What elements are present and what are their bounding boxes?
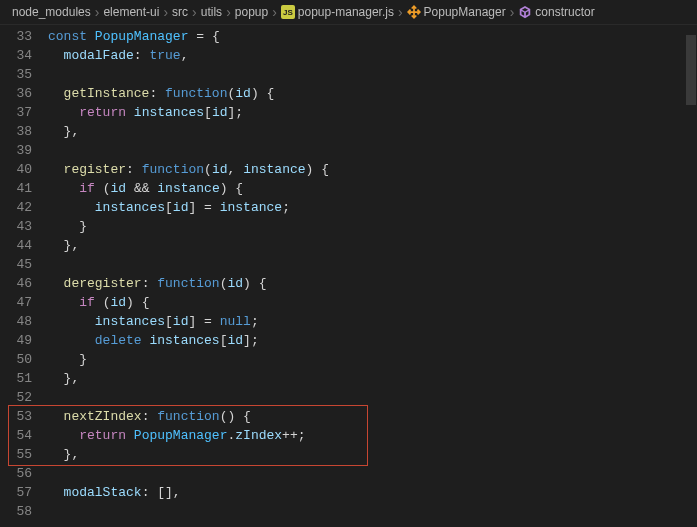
line-number: 42 [0,198,32,217]
code-editor[interactable]: 3334353637383940414243444546474849505152… [0,25,697,526]
scrollbar-thumb[interactable] [686,35,696,105]
code-line[interactable]: modalFade: true, [48,46,697,65]
chevron-right-icon: › [95,4,100,20]
line-number: 50 [0,350,32,369]
breadcrumb-item-label: popup-manager.js [298,5,394,19]
line-number: 52 [0,388,32,407]
breadcrumb[interactable]: node_modules › element-ui › src › utils … [0,0,697,25]
line-number: 33 [0,27,32,46]
code-line[interactable]: } [48,350,697,369]
code-line[interactable]: return PopupManager.zIndex++; [48,426,697,445]
line-number: 38 [0,122,32,141]
line-number: 48 [0,312,32,331]
js-file-icon: JS [281,5,295,19]
line-number: 55 [0,445,32,464]
method-icon [518,5,532,19]
line-number: 40 [0,160,32,179]
line-number: 47 [0,293,32,312]
code-line[interactable] [48,65,697,84]
code-line[interactable]: getInstance: function(id) { [48,84,697,103]
code-line[interactable]: instances[id] = instance; [48,198,697,217]
code-line[interactable]: register: function(id, instance) { [48,160,697,179]
breadcrumb-symbol[interactable]: PopupManager [407,5,506,19]
class-icon [407,5,421,19]
line-number: 45 [0,255,32,274]
code-line[interactable] [48,141,697,160]
chevron-right-icon: › [510,4,515,20]
breadcrumb-item[interactable]: utils [201,5,222,19]
line-number: 56 [0,464,32,483]
line-number: 36 [0,84,32,103]
code-line[interactable]: if (id && instance) { [48,179,697,198]
breadcrumb-item[interactable]: src [172,5,188,19]
chevron-right-icon: › [163,4,168,20]
code-line[interactable]: const PopupManager = { [48,27,697,46]
code-line[interactable]: delete instances[id]; [48,331,697,350]
vertical-scrollbar[interactable] [685,25,697,526]
breadcrumb-item[interactable]: node_modules [12,5,91,19]
code-line[interactable]: }, [48,369,697,388]
breadcrumb-item-label: PopupManager [424,5,506,19]
line-number: 43 [0,217,32,236]
chevron-right-icon: › [226,4,231,20]
code-line[interactable]: return instances[id]; [48,103,697,122]
line-number: 49 [0,331,32,350]
code-line[interactable] [48,388,697,407]
chevron-right-icon: › [192,4,197,20]
line-number: 44 [0,236,32,255]
breadcrumb-symbol[interactable]: constructor [518,5,594,19]
code-line[interactable]: instances[id] = null; [48,312,697,331]
breadcrumb-file[interactable]: JS popup-manager.js [281,5,394,19]
line-number: 37 [0,103,32,122]
breadcrumb-item[interactable]: element-ui [103,5,159,19]
code-line[interactable]: nextZIndex: function() { [48,407,697,426]
line-number: 54 [0,426,32,445]
line-number: 58 [0,502,32,521]
code-line[interactable] [48,464,697,483]
line-number: 57 [0,483,32,502]
code-line[interactable] [48,255,697,274]
code-line[interactable]: if (id) { [48,293,697,312]
chevron-right-icon: › [398,4,403,20]
code-line[interactable]: deregister: function(id) { [48,274,697,293]
code-line[interactable]: }, [48,445,697,464]
code-line[interactable]: }, [48,122,697,141]
code-line[interactable] [48,502,697,521]
code-line[interactable]: modalStack: [], [48,483,697,502]
line-number: 51 [0,369,32,388]
code-area[interactable]: const PopupManager = { modalFade: true, … [48,25,697,526]
line-number-gutter: 3334353637383940414243444546474849505152… [0,25,48,526]
chevron-right-icon: › [272,4,277,20]
breadcrumb-item-label: constructor [535,5,594,19]
code-line[interactable]: } [48,217,697,236]
code-line[interactable]: }, [48,236,697,255]
line-number: 34 [0,46,32,65]
breadcrumb-item[interactable]: popup [235,5,268,19]
line-number: 39 [0,141,32,160]
line-number: 46 [0,274,32,293]
line-number: 53 [0,407,32,426]
line-number: 35 [0,65,32,84]
line-number: 41 [0,179,32,198]
